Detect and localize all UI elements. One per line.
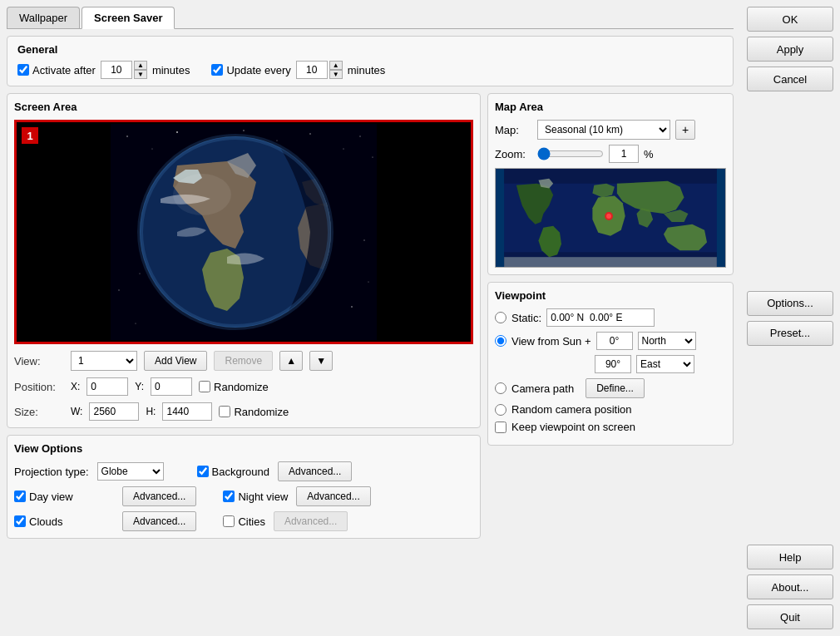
background-checkbox[interactable] bbox=[197, 466, 209, 477]
map-add-button[interactable]: + bbox=[675, 120, 695, 140]
zoom-slider[interactable] bbox=[537, 147, 604, 160]
update-every-input[interactable]: 10 bbox=[296, 61, 328, 79]
activate-after-checkbox[interactable] bbox=[17, 64, 29, 76]
quit-button[interactable]: Quit bbox=[747, 604, 833, 629]
day-view-checkbox[interactable] bbox=[14, 491, 26, 502]
randomize2-checkbox[interactable] bbox=[219, 406, 230, 417]
update-every-spinner[interactable]: 10 ▲ ▼ bbox=[296, 61, 343, 79]
about-button[interactable]: About... bbox=[747, 574, 833, 599]
sun-offset-input[interactable]: 0° bbox=[596, 332, 633, 350]
activate-after-unit: minutes bbox=[152, 64, 190, 76]
svg-point-8 bbox=[343, 149, 344, 150]
up-arrow-button[interactable]: ▲ bbox=[279, 351, 303, 371]
keep-viewpoint-label: Keep viewpoint on screen bbox=[511, 421, 635, 433]
day-view-label: Day view bbox=[29, 491, 73, 503]
day-view-checkbox-label[interactable]: Day view bbox=[14, 491, 114, 503]
h-input[interactable]: 1440 bbox=[162, 402, 212, 421]
clouds-label: Clouds bbox=[29, 515, 62, 528]
viewpoint-section: Viewpoint Static: 0.00° N 0.00° E View f… bbox=[487, 282, 734, 446]
general-section: General Activate after 10 ▲ ▼ minutes Up… bbox=[7, 36, 734, 86]
add-view-button[interactable]: Add View bbox=[144, 351, 207, 371]
night-view-advanced-button[interactable]: Advanced... bbox=[296, 486, 370, 506]
view-from-sun-radio[interactable] bbox=[495, 335, 506, 347]
static-coords-input[interactable]: 0.00° N 0.00° E bbox=[546, 308, 655, 327]
camera-path-radio[interactable] bbox=[495, 382, 506, 394]
svg-point-16 bbox=[363, 239, 364, 240]
tab-screensaver[interactable]: Screen Saver bbox=[82, 7, 175, 29]
activate-after-checkbox-label[interactable]: Activate after bbox=[17, 64, 96, 76]
activate-after-spinner[interactable]: 10 ▲ ▼ bbox=[101, 61, 147, 79]
angle-row: 90° East West North South bbox=[495, 355, 726, 373]
random-camera-row: Random camera position bbox=[495, 403, 726, 416]
update-every-checkbox[interactable] bbox=[211, 64, 223, 76]
x-input[interactable]: 0 bbox=[86, 377, 128, 396]
svg-point-27 bbox=[606, 214, 611, 219]
view-select[interactable]: 1 bbox=[71, 351, 137, 371]
preset-button[interactable]: Preset... bbox=[747, 321, 833, 346]
svg-point-3 bbox=[176, 131, 178, 133]
down-arrow-button[interactable]: ▼ bbox=[309, 351, 333, 371]
view-label: View: bbox=[14, 355, 64, 367]
keep-viewpoint-row: Keep viewpoint on screen bbox=[495, 421, 726, 433]
night-view-checkbox-label[interactable]: Night view bbox=[223, 491, 288, 503]
svg-point-2 bbox=[151, 148, 152, 149]
tab-wallpaper[interactable]: Wallpaper bbox=[7, 7, 80, 28]
ok-button[interactable]: OK bbox=[747, 7, 833, 32]
keep-viewpoint-checkbox[interactable] bbox=[495, 422, 506, 433]
randomize1-checkbox[interactable] bbox=[199, 381, 210, 392]
east-direction-select[interactable]: East West North South bbox=[636, 355, 694, 373]
background-advanced-button[interactable]: Advanced... bbox=[278, 461, 352, 481]
north-direction-select[interactable]: North South East West bbox=[638, 332, 696, 350]
zoom-row: Zoom: 1 % bbox=[495, 145, 726, 163]
apply-button[interactable]: Apply bbox=[747, 37, 833, 62]
cities-checkbox-label[interactable]: Cities bbox=[223, 515, 265, 528]
globe-svg bbox=[111, 124, 377, 340]
screen-area-section: Screen Area 1 bbox=[7, 93, 481, 428]
view-options-title: View Options bbox=[14, 442, 473, 455]
update-every-up[interactable]: ▲ bbox=[329, 61, 343, 70]
update-every-down[interactable]: ▼ bbox=[329, 70, 343, 79]
zoom-percent: % bbox=[644, 148, 654, 160]
projection-select[interactable]: Globe Flat Mercator bbox=[97, 462, 164, 481]
randomize1-label[interactable]: Randomize bbox=[199, 381, 269, 393]
view-controls: View: 1 Add View Remove ▲ ▼ Position: X: bbox=[14, 351, 473, 421]
view-options-section: View Options Projection type: Globe Flat… bbox=[7, 435, 481, 539]
night-view-label: Night view bbox=[238, 491, 288, 503]
y-label: Y: bbox=[135, 381, 144, 392]
globe-number: 1 bbox=[22, 127, 38, 144]
background-checkbox-label[interactable]: Background bbox=[197, 466, 269, 478]
svg-point-7 bbox=[309, 133, 311, 135]
static-radio[interactable] bbox=[495, 312, 506, 323]
svg-point-13 bbox=[351, 306, 353, 308]
clouds-advanced-button[interactable]: Advanced... bbox=[122, 511, 196, 531]
remove-button: Remove bbox=[214, 351, 273, 371]
clouds-checkbox[interactable] bbox=[14, 515, 26, 527]
svg-point-12 bbox=[136, 323, 136, 324]
svg-point-15 bbox=[140, 274, 141, 274]
w-input[interactable]: 2560 bbox=[89, 402, 139, 421]
map-label: Map: bbox=[495, 124, 532, 136]
options-button[interactable]: Options... bbox=[747, 291, 833, 316]
static-row: Static: 0.00° N 0.00° E bbox=[495, 308, 726, 327]
cities-checkbox[interactable] bbox=[223, 515, 235, 527]
randomize2-label[interactable]: Randomize bbox=[219, 406, 289, 418]
random-camera-radio[interactable] bbox=[495, 404, 506, 416]
update-every-spinner-buttons: ▲ ▼ bbox=[329, 61, 343, 79]
cities-advanced-button: Advanced... bbox=[274, 511, 348, 531]
clouds-checkbox-label[interactable]: Clouds bbox=[14, 515, 114, 528]
east-angle-input[interactable]: 90° bbox=[595, 355, 631, 373]
define-button[interactable]: Define... bbox=[586, 378, 645, 398]
activate-after-down[interactable]: ▼ bbox=[134, 70, 147, 79]
cancel-button[interactable]: Cancel bbox=[747, 67, 833, 91]
zoom-value-input[interactable]: 1 bbox=[609, 145, 639, 163]
map-select[interactable]: Seasonal (10 km) Blue Marble Political bbox=[537, 120, 670, 140]
y-input[interactable]: 0 bbox=[151, 377, 192, 396]
size-label: Size: bbox=[14, 406, 64, 418]
day-view-advanced-button[interactable]: Advanced... bbox=[122, 486, 196, 506]
activate-after-up[interactable]: ▲ bbox=[134, 61, 147, 70]
activate-after-input[interactable]: 10 bbox=[101, 61, 132, 79]
svg-point-14 bbox=[368, 281, 368, 282]
help-button[interactable]: Help bbox=[747, 545, 833, 569]
night-view-checkbox[interactable] bbox=[223, 491, 235, 502]
update-every-checkbox-label[interactable]: Update every bbox=[211, 64, 290, 76]
